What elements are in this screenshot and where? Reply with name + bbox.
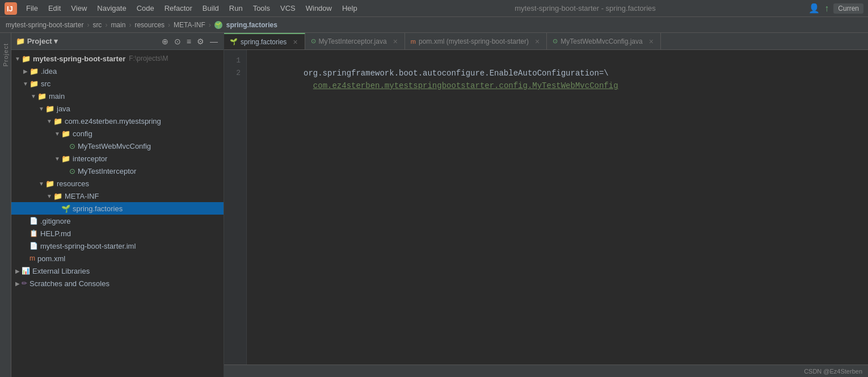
tree-label-config: config [73, 129, 92, 138]
tree-label-gitignore: .gitignore [40, 217, 70, 225]
tab-mytest-webmvc[interactable]: ⊙ MyTestWebMvcConfig.java × [547, 33, 661, 49]
breadcrumb-file[interactable]: spring.factories [226, 21, 277, 29]
tree-label-java: java [57, 104, 70, 113]
tree-arrow-scratches: ▶ [14, 280, 22, 287]
menu-code[interactable]: Code [132, 2, 159, 14]
status-bar: CSDN @Ez4Sterben [224, 365, 868, 377]
menu-file[interactable]: File [22, 2, 43, 14]
menu-run[interactable]: Run [225, 2, 247, 14]
tree-item-config[interactable]: ▼ 📁 config [11, 127, 224, 140]
tree-path-root: F:\projects\M [129, 55, 168, 62]
tree-item-main[interactable]: ▼ 📁 main [11, 90, 224, 102]
tree-item-idea[interactable]: ▶ 📁 .idea [11, 65, 224, 77]
tree-label-resources: resources [57, 179, 89, 188]
add-icon[interactable]: ⊕ [161, 36, 170, 47]
tab-mytest-interceptor[interactable]: ⊙ MyTestInterceptor.java × [305, 33, 405, 49]
tree-item-myTestWebMvcConfig[interactable]: ⊙ MyTestWebMvcConfig [11, 140, 224, 152]
tree-item-gitignore[interactable]: 📄 .gitignore [11, 215, 224, 227]
tree-label-myTestWebMvcConfig: MyTestWebMvcConfig [78, 142, 151, 150]
code-key-1: org.springframework.boot.autoconfigure.E… [304, 69, 609, 78]
tree-label-help-md: HELP.md [40, 229, 71, 238]
tab-close-pom[interactable]: × [534, 37, 541, 46]
line-num-1: 1 [229, 55, 241, 67]
menu-edit[interactable]: Edit [44, 2, 65, 14]
tree-item-root[interactable]: ▼ 📁 mytest-spring-boot-starter F:\projec… [11, 52, 224, 65]
tree-label-main: main [49, 92, 65, 100]
breadcrumb-sep-3: › [129, 21, 131, 29]
menu-build[interactable]: Build [198, 2, 224, 14]
breadcrumb-sep-1: › [87, 21, 89, 29]
breadcrumb-main[interactable]: main [111, 21, 125, 29]
tree-item-com[interactable]: ▼ 📁 com.ez4sterben.mytestspring [11, 115, 224, 127]
tree-item-spring-factories[interactable]: 🌱 spring.factories [11, 202, 224, 215]
tree-label-external-libraries: External Libraries [32, 267, 90, 275]
gitignore-icon: 📄 [30, 217, 38, 225]
tree-item-help-md[interactable]: 📋 HELP.md [11, 227, 224, 240]
menu-navigate[interactable]: Navigate [92, 2, 130, 14]
breadcrumb-project[interactable]: mytest-spring-boot-starter [6, 21, 83, 29]
menu-view[interactable]: View [66, 2, 91, 14]
tab-pom-xml[interactable]: m pom.xml (mytest-spring-boot-starter) × [405, 33, 547, 49]
tree-item-pom[interactable]: m pom.xml [11, 252, 224, 265]
tree-label-myTestInterceptor: MyTestInterceptor [78, 167, 136, 175]
tree-item-resources[interactable]: ▼ 📁 resources [11, 177, 224, 190]
current-badge[interactable]: Curren [833, 3, 863, 14]
tree-label-pom: pom.xml [37, 254, 65, 263]
tree-arrow-idea: ▶ [22, 68, 30, 74]
minimize-icon[interactable]: — [209, 36, 219, 47]
line-num-2: 2 [229, 67, 241, 79]
project-panel: 📁 Project ▾ ⊕ ⊙ ≡ ⚙ — ▼ 📁 mytest-spring-… [11, 33, 224, 377]
tree-arrow-main: ▼ [30, 93, 37, 99]
menu-window[interactable]: Window [301, 2, 336, 14]
tree-item-myTestInterceptor[interactable]: ⊙ MyTestInterceptor [11, 165, 224, 177]
tree-arrow-interceptor: ▼ [53, 156, 61, 162]
breadcrumb-sep-5: › [209, 21, 211, 29]
collapse-icon[interactable]: ≡ [186, 36, 192, 47]
tree-arrow-com: ▼ [45, 118, 53, 124]
tree-item-meta-inf[interactable]: ▼ 📁 META-INF [11, 190, 224, 202]
user-icon[interactable]: 👤 [808, 3, 820, 14]
breadcrumb-resources[interactable]: resources [134, 21, 165, 29]
status-text: CSDN @Ez4Sterben [804, 368, 862, 375]
breadcrumb: mytest-spring-boot-starter › src › main … [0, 17, 868, 33]
tree-item-interceptor[interactable]: ▼ 📁 interceptor [11, 152, 224, 165]
folder-icon-meta-inf: 📁 [53, 192, 62, 200]
tab-config-icon: ⊙ [553, 37, 558, 45]
tab-bar: 🌱 spring.factories × ⊙ MyTestInterceptor… [224, 33, 868, 50]
folder-icon-interceptor: 📁 [61, 154, 70, 163]
tree-item-src[interactable]: ▼ 📁 src [11, 77, 224, 90]
breadcrumb-sep-4: › [168, 21, 170, 29]
tree-item-iml[interactable]: 📄 mytest-spring-boot-starter.iml [11, 240, 224, 252]
tab-close-spring-factories[interactable]: × [292, 37, 298, 47]
menu-tools[interactable]: Tools [248, 2, 275, 14]
scratch-icon: ✏ [22, 279, 27, 287]
tab-close-interceptor[interactable]: × [392, 37, 399, 46]
code-line-1: org.springframework.boot.autoconfigure.E… [256, 55, 859, 67]
tree-item-external-libraries[interactable]: ▶ 📊 External Libraries [11, 265, 224, 277]
tab-label-webmvc: MyTestWebMvcConfig.java [561, 37, 643, 45]
tree-item-scratches[interactable]: ▶ ✏ Scratches and Consoles [11, 277, 224, 290]
code-area[interactable]: org.springframework.boot.autoconfigure.E… [247, 50, 868, 365]
tree-arrow-ext-lib: ▶ [14, 268, 22, 274]
tab-close-webmvc[interactable]: × [648, 37, 655, 46]
tree-label-scratches: Scratches and Consoles [30, 279, 109, 288]
vcs-icon[interactable]: ↑ [824, 3, 829, 14]
folder-icon-idea: 📁 [30, 67, 39, 76]
menu-help[interactable]: Help [338, 2, 362, 14]
tab-label-spring-factories: spring.factories [241, 38, 286, 46]
project-sidebar-label[interactable]: Project [2, 43, 9, 66]
locate-icon[interactable]: ⊙ [173, 36, 182, 47]
editor-content: 1 2 org.springframework.boot.autoconfigu… [224, 50, 868, 365]
breadcrumb-src[interactable]: src [92, 21, 102, 29]
tree-item-java[interactable]: ▼ 📁 java [11, 102, 224, 115]
breadcrumb-meta-inf[interactable]: META-INF [174, 21, 205, 29]
menu-vcs[interactable]: VCS [276, 2, 300, 14]
folder-icon-java: 📁 [45, 104, 54, 113]
settings-icon[interactable]: ⚙ [196, 36, 205, 47]
project-title: 📁 Project ▾ [16, 37, 157, 45]
tree-label-meta-inf: META-INF [65, 192, 99, 200]
menu-refactor[interactable]: Refactor [160, 2, 197, 14]
tab-spring-factories[interactable]: 🌱 spring.factories × [224, 33, 305, 49]
tab-spring-icon: 🌱 [230, 38, 238, 45]
tree-arrow-resources: ▼ [37, 181, 45, 187]
